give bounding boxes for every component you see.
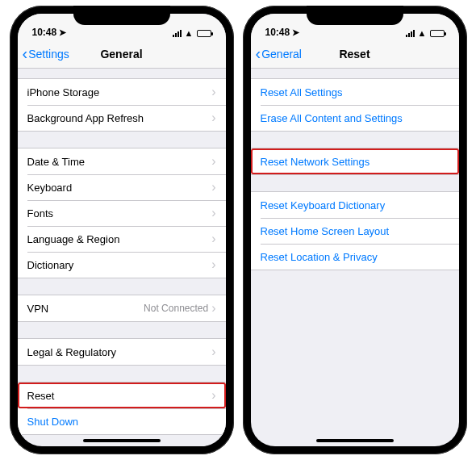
nav-bar: ‹ Settings General	[18, 40, 226, 69]
row-label: Reset Keyboard Dictionary	[261, 199, 386, 211]
back-label: Settings	[28, 48, 69, 61]
wifi-icon: ▲	[185, 28, 194, 38]
settings-row[interactable]: Fonts›	[18, 200, 226, 226]
chevron-right-icon: ›	[211, 258, 215, 271]
settings-row[interactable]: Background App Refresh›	[18, 105, 226, 131]
row-label: Language & Region	[27, 233, 120, 245]
row-label: Background App Refresh	[27, 112, 144, 124]
settings-row[interactable]: Dictionary›	[18, 252, 226, 278]
chevron-right-icon: ›	[211, 155, 215, 168]
phone-left: 10:48 ➤ ▲ ‹ Settings General iPhone Stor…	[10, 6, 234, 454]
settings-row[interactable]: Reset›	[18, 383, 226, 408]
chevron-right-icon: ›	[211, 181, 215, 194]
back-button[interactable]: ‹ Settings	[23, 47, 69, 61]
chevron-right-icon: ›	[211, 86, 215, 98]
settings-row[interactable]: Shut Down	[18, 408, 226, 434]
row-label: Dictionary	[27, 259, 74, 271]
signal-icon	[406, 30, 415, 37]
row-label: Fonts	[27, 207, 54, 220]
back-button[interactable]: ‹ General	[256, 47, 302, 61]
settings-row[interactable]: VPNNot Connected›	[18, 295, 226, 321]
chevron-right-icon: ›	[211, 111, 215, 124]
chevron-right-icon: ›	[211, 207, 215, 220]
settings-group: Reset Network Settings	[251, 148, 459, 175]
row-label: Reset Location & Privacy	[261, 251, 378, 263]
signal-icon	[173, 30, 182, 37]
chevron-left-icon: ‹	[23, 45, 28, 61]
chevron-right-icon: ›	[211, 232, 215, 245]
home-indicator[interactable]	[316, 439, 394, 442]
row-label: Shut Down	[27, 416, 79, 428]
wifi-icon: ▲	[418, 28, 427, 38]
notch	[307, 6, 403, 25]
battery-icon	[197, 30, 211, 37]
status-time: 10:48	[32, 27, 57, 38]
status-time: 10:48	[265, 27, 290, 38]
battery-icon	[430, 30, 445, 37]
row-label: Reset	[27, 390, 55, 402]
phone-right: 10:48 ➤ ▲ ‹ General Reset Reset All Sett…	[243, 6, 467, 454]
row-label: VPN	[27, 303, 49, 315]
settings-group: Reset All SettingsErase All Content and …	[251, 78, 459, 132]
settings-list: Reset All SettingsErase All Content and …	[251, 69, 459, 446]
settings-row[interactable]: Reset Home Screen Layout	[251, 218, 459, 244]
chevron-left-icon: ‹	[256, 45, 261, 61]
settings-row[interactable]: Erase All Content and Settings	[251, 105, 459, 131]
notch	[73, 6, 170, 25]
row-detail: Not Connected	[144, 303, 208, 314]
settings-group: Legal & Regulatory›	[18, 338, 226, 366]
location-icon: ➤	[59, 27, 66, 38]
settings-group: iPhone Storage›Background App Refresh›	[18, 78, 226, 132]
settings-row[interactable]: Reset Location & Privacy	[251, 244, 459, 270]
back-label: General	[261, 48, 302, 61]
row-label: Keyboard	[27, 182, 73, 194]
row-label: iPhone Storage	[27, 86, 100, 98]
settings-row[interactable]: Date & Time›	[18, 148, 226, 174]
settings-row[interactable]: Reset Network Settings	[251, 148, 459, 174]
screen: 10:48 ➤ ▲ ‹ General Reset Reset All Sett…	[251, 14, 459, 446]
home-indicator[interactable]	[83, 439, 161, 442]
settings-group: Reset›Shut Down	[18, 382, 226, 435]
row-label: Legal & Regulatory	[27, 346, 117, 358]
row-label: Reset Home Screen Layout	[261, 225, 390, 237]
settings-row[interactable]: Keyboard›	[18, 174, 226, 200]
settings-row[interactable]: Language & Region›	[18, 226, 226, 252]
settings-group: Date & Time›Keyboard›Fonts›Language & Re…	[18, 148, 226, 278]
settings-group: VPNNot Connected›	[18, 295, 226, 322]
chevron-right-icon: ›	[211, 389, 215, 402]
settings-list: iPhone Storage›Background App Refresh›Da…	[18, 69, 226, 446]
row-label: Date & Time	[27, 156, 86, 168]
settings-row[interactable]: Legal & Regulatory›	[18, 339, 226, 365]
nav-bar: ‹ General Reset	[251, 40, 459, 69]
chevron-right-icon: ›	[211, 302, 215, 315]
row-label: Reset All Settings	[261, 86, 343, 98]
settings-row[interactable]: Reset All Settings	[251, 79, 459, 105]
row-label: Erase All Content and Settings	[261, 112, 403, 124]
screen: 10:48 ➤ ▲ ‹ Settings General iPhone Stor…	[18, 14, 226, 446]
settings-row[interactable]: iPhone Storage›	[18, 79, 226, 105]
location-icon: ➤	[292, 27, 299, 38]
chevron-right-icon: ›	[211, 345, 215, 358]
row-label: Reset Network Settings	[261, 156, 370, 168]
settings-group: Reset Keyboard DictionaryReset Home Scre…	[251, 191, 459, 270]
settings-row[interactable]: Reset Keyboard Dictionary	[251, 192, 459, 218]
